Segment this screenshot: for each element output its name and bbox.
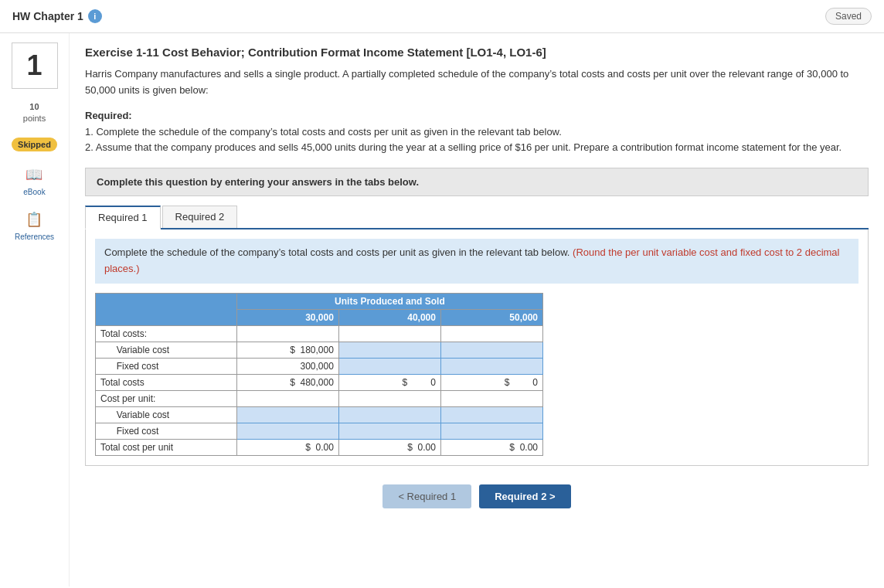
cell-variable-30k: $ 180,000 [236, 342, 338, 358]
exercise-body: Harris Company manufactures and sells a … [85, 66, 869, 99]
cell-fixed-cpu-40k[interactable] [338, 423, 440, 439]
input-variable-40k[interactable] [366, 345, 436, 355]
input-fixed-40k[interactable] [366, 361, 436, 372]
col-header-50k: 50,000 [440, 309, 542, 325]
input-variable-50k[interactable] [468, 345, 538, 355]
cell-total-cpu-40k: $ 0.00 [338, 439, 440, 455]
input-fixed-cpu-30k[interactable] [264, 426, 334, 437]
table-row: Variable cost $ 180,000 [96, 342, 543, 358]
required-label: Required: [85, 110, 869, 121]
tab-content-required1: Complete the schedule of the company’s t… [85, 229, 869, 466]
cell-empty-1 [236, 325, 338, 342]
input-variable-cpu-40k[interactable] [366, 410, 436, 420]
instruction-main: Complete the schedule of the company’s t… [104, 246, 570, 258]
cell-variable-cpu-30k[interactable] [236, 406, 338, 423]
exercise-title: Exercise 1-11 Cost Behavior; Contributio… [85, 46, 869, 59]
next-button[interactable]: Required 2 > [479, 484, 570, 508]
col-header-30k: 30,000 [236, 309, 338, 325]
ebook-icon: 📖 [23, 164, 45, 185]
input-fixed-cpu-40k[interactable] [366, 426, 436, 437]
cell-empty-3 [440, 325, 542, 342]
cell-variable-50k[interactable] [440, 342, 542, 358]
required-body: 1. Complete the schedule of the company’… [85, 124, 869, 157]
cell-total-cpu-30k: $ 0.00 [236, 439, 338, 455]
row-label-fixed-cost: Fixed cost [96, 358, 237, 374]
table-row: Cost per unit: [96, 390, 543, 406]
tab-required2[interactable]: Required 2 [162, 206, 238, 228]
costs-table: Units Produced and Sold 30,000 40,000 50… [95, 293, 543, 456]
cell-total-30k: $ 480,000 [236, 374, 338, 390]
cell-variable-cpu-50k[interactable] [440, 406, 542, 423]
row-label-cost-per-unit-header: Cost per unit: [96, 390, 237, 406]
row-label-total-cpu: Total cost per unit [96, 439, 237, 455]
table-header-units: Units Produced and Sold [236, 293, 542, 309]
page-title: HW Chapter 1 [12, 10, 83, 22]
cell-fixed-30k: 300,000 [236, 358, 338, 374]
ebook-label: eBook [23, 188, 45, 196]
required-1-text: 1. Complete the schedule of the company’… [85, 126, 562, 138]
cell-total-50k: $ 0 [440, 374, 542, 390]
info-icon[interactable]: i [88, 9, 102, 23]
top-bar-title-area: HW Chapter 1 i [12, 9, 102, 23]
input-variable-cpu-30k[interactable] [264, 410, 334, 420]
points-label: 10points [23, 101, 46, 125]
sidebar: 1 10points Skipped 📖 eBook 📋 References [0, 33, 70, 586]
input-variable-cpu-50k[interactable] [468, 410, 538, 420]
tabs-row: Required 1 Required 2 [85, 206, 869, 229]
cell-total-40k: $ 0 [338, 374, 440, 390]
tabs-instruction: Complete this question by entering your … [85, 168, 869, 196]
tab-required1[interactable]: Required 1 [85, 206, 161, 229]
skipped-badge: Skipped [12, 138, 57, 151]
prev-button[interactable]: < Required 1 [382, 484, 471, 508]
cell-cpu-empty-3 [440, 390, 542, 406]
references-icon: 📋 [23, 209, 45, 230]
row-label-total-costs: Total costs [96, 374, 237, 390]
cell-fixed-cpu-30k[interactable] [236, 423, 338, 439]
cell-variable-40k[interactable] [338, 342, 440, 358]
cell-variable-cpu-40k[interactable] [338, 406, 440, 423]
table-header-label [96, 293, 237, 325]
input-fixed-50k[interactable] [468, 361, 538, 372]
row-label-fixed-cpu: Fixed cost [96, 423, 237, 439]
table-row: Total costs: [96, 325, 543, 342]
cell-total-cpu-50k: $ 0.00 [440, 439, 542, 455]
references-button[interactable]: 📋 References [15, 209, 54, 241]
row-label-total-costs-header: Total costs: [96, 325, 237, 342]
table-row: Total costs $ 480,000 $ 0 $ 0 [96, 374, 543, 390]
cell-cpu-empty-1 [236, 390, 338, 406]
input-fixed-cpu-50k[interactable] [468, 426, 538, 437]
table-row: Fixed cost [96, 423, 543, 439]
required-2-text: 2. Assume that the company produces and … [85, 141, 842, 153]
bottom-navigation: < Required 1 Required 2 > [85, 472, 869, 521]
main-content: Exercise 1-11 Cost Behavior; Contributio… [70, 33, 884, 586]
ebook-button[interactable]: 📖 eBook [23, 164, 45, 196]
table-row: Fixed cost 300,000 [96, 358, 543, 374]
question-number: 1 [12, 42, 58, 89]
cell-fixed-cpu-50k[interactable] [440, 423, 542, 439]
row-label-variable-cost: Variable cost [96, 342, 237, 358]
row-label-variable-cpu: Variable cost [96, 406, 237, 423]
instruction-box: Complete the schedule of the company’s t… [95, 239, 858, 284]
col-header-40k: 40,000 [338, 309, 440, 325]
cell-fixed-40k[interactable] [338, 358, 440, 374]
references-label: References [15, 233, 54, 241]
cell-cpu-empty-2 [338, 390, 440, 406]
cell-fixed-50k[interactable] [440, 358, 542, 374]
main-layout: 1 10points Skipped 📖 eBook 📋 References … [0, 33, 884, 586]
table-row: Total cost per unit $ 0.00 $ 0.00 $ 0.00 [96, 439, 543, 455]
cell-empty-2 [338, 325, 440, 342]
table-row: Variable cost [96, 406, 543, 423]
saved-badge: Saved [825, 8, 872, 25]
top-bar: HW Chapter 1 i Saved [0, 0, 884, 33]
